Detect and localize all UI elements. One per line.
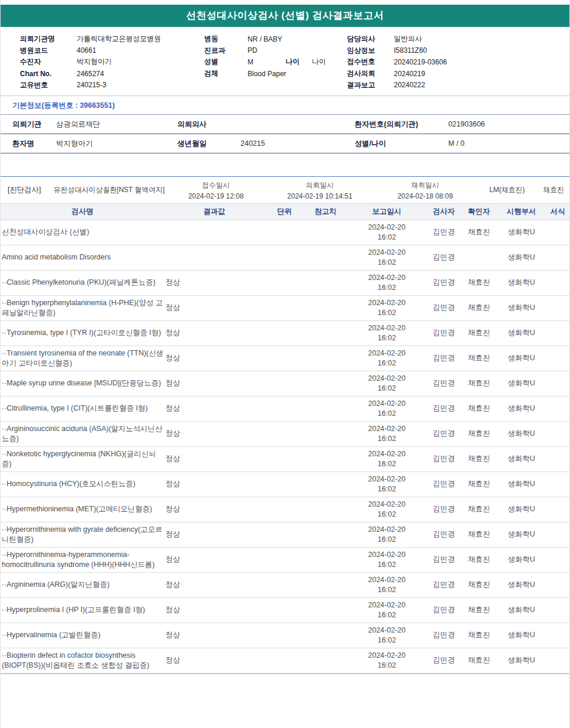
tester-name: 김민경 [428, 321, 460, 346]
result-value: 정상 [164, 371, 264, 397]
table-row: ··Tyrosinemia, type I (TYR I)(고타이로신혈증 I형… [1, 321, 570, 346]
test-name: ··Nonketotic hyperglycinemia (NKHG)(글리신뇌… [1, 447, 164, 472]
spacer [1, 153, 569, 176]
confirmer-name: 채효진 [460, 573, 498, 598]
reference-value [305, 598, 346, 623]
field-label: 성별 [204, 57, 248, 67]
field-value: 20240222 [394, 81, 425, 89]
result-value: 정상 [164, 598, 264, 623]
department-name: 생화학U [498, 447, 545, 472]
reference-value [305, 522, 346, 548]
report-datetime: 2024-02-20 16:02 [346, 296, 428, 321]
reference-value [305, 648, 346, 674]
result-value: 정상 [164, 271, 264, 296]
field-value: 2465274 [77, 70, 104, 78]
patient-info-column-1: 의뢰기관명가톨릭대학교은평성모병원 병원코드40661 수진자박지형아기 Cha… [20, 33, 161, 91]
field-label: 환자번호(의뢰기관) [355, 119, 448, 129]
unit-value [264, 522, 305, 548]
tester-name: 김민경 [428, 296, 460, 321]
field-value: 240215-3 [77, 81, 107, 89]
result-value: 정상 [164, 422, 264, 447]
unit-value [264, 573, 305, 598]
field-value: 가톨릭대학교은평성모병원 [77, 34, 161, 44]
tester-name: 김민경 [428, 397, 460, 422]
field-value: 박지형아기 [56, 139, 177, 149]
test-name: ··Hypervalinemia (고발린혈증) [1, 623, 164, 648]
field-value-age: 나이 [312, 57, 326, 67]
department-name: 생화학U [498, 497, 545, 522]
lab-report-page: 선천성대사이상검사 (선별) 검사결과보고서 의뢰기관명가톨릭대학교은평성모병원… [0, 0, 570, 728]
result-value: 정상 [164, 346, 264, 371]
table-row: ··Hyperprolinemia I (HP I)(고프롤린혈증 I형) 정상… [1, 598, 570, 623]
patient-info-column-3: 담당의사일반의사 임상정보I58311Z60 접수번호20240219-0360… [347, 33, 447, 91]
tester-name: 김민경 [428, 220, 460, 245]
table-row: 선천성대사이상검사 (선별) 2024-02-20 16:02 김민경 채효진 … [1, 220, 570, 245]
bottom-divider [1, 674, 569, 674]
tester-name: 김민경 [428, 371, 460, 397]
field-label: 생년월일 [177, 139, 241, 149]
table-row: ··Argininosuccinic aciduria (ASA)(알지노석시닌… [1, 422, 570, 447]
diagnosis-tag: [진단검사] [1, 185, 52, 195]
report-datetime-text: 2024-02-20 16:02 [363, 651, 410, 671]
field-label: 진료과 [204, 46, 248, 56]
form-cell [545, 648, 570, 674]
received-datetime: 접수일시 2024-02-19 12:08 [166, 180, 266, 200]
form-cell [545, 548, 570, 573]
test-name: ··Hyperornithinemia-hyperammonemia-homoc… [1, 548, 164, 573]
department-name: 생화학U [498, 548, 545, 573]
report-datetime-text: 2024-02-20 16:02 [363, 298, 410, 319]
unit-value [264, 371, 305, 397]
field-value: M [248, 58, 286, 66]
confirmer-name: 채효진 [460, 422, 498, 447]
table-row: ··Homocystinuria (HCY)(호모시스틴뇨증) 정상 2024-… [1, 472, 570, 497]
department-name: 생화학U [498, 245, 545, 271]
test-name: ··Classic Phenylketonuria (PKU)(페닐케톤뇨증) [1, 271, 164, 296]
report-datetime-text: 2024-02-20 16:02 [363, 449, 410, 470]
report-datetime-text: 2024-02-20 16:02 [363, 399, 410, 419]
tester-name: 김민경 [428, 648, 460, 674]
test-name: ··Tyrosinemia, type I (TYR I)(고타이로신혈증 I형… [1, 321, 164, 346]
unit-value [264, 497, 305, 522]
field-label: 결과보고 [347, 80, 394, 90]
confirmer-name: 채효진 [460, 472, 498, 497]
form-cell [545, 271, 570, 296]
report-datetime: 2024-02-20 16:02 [346, 245, 428, 271]
table-row: ··Hyperornithinemia with gyrate deficien… [1, 522, 570, 548]
confirmer-name: 채효진 [460, 598, 498, 623]
tester-name: 김민경 [428, 573, 460, 598]
tester-name: 김민경 [428, 422, 460, 447]
field-value: I58311Z60 [394, 46, 427, 54]
requested-label: 의뢰일시 [266, 180, 374, 190]
table-row: ··Citrullinemia, type I (CIT)(시트룰린혈증 I형)… [1, 397, 570, 422]
form-cell [545, 220, 570, 245]
confirmer-name: 채효진 [460, 271, 498, 296]
department-name: 생화학U [498, 573, 545, 598]
department-name: 생화학U [498, 397, 545, 422]
department-name: 생화학U [498, 296, 545, 321]
report-datetime-text: 2024-02-20 16:02 [363, 223, 410, 243]
requested-value: 2024-02-19 10:14:51 [266, 192, 374, 200]
test-name: ··Maple syrup urine disease [MSUD](단풍당뇨증… [1, 371, 164, 397]
test-name: ··Hyperprolinemia I (HP I)(고프롤린혈증 I형) [1, 598, 164, 623]
reference-value [305, 548, 346, 573]
reference-value [305, 573, 346, 598]
confirmer-name: 채효진 [460, 220, 498, 245]
report-datetime: 2024-02-20 16:02 [346, 472, 428, 497]
reference-value [305, 472, 346, 497]
department-name: 생화학U [498, 648, 545, 674]
unit-value [264, 422, 305, 447]
report-datetime: 2024-02-20 16:02 [346, 220, 428, 245]
department-name: 생화학U [498, 271, 545, 296]
unit-value [264, 623, 305, 648]
unit-value [264, 245, 305, 271]
result-value [164, 220, 264, 245]
result-value: 정상 [164, 472, 264, 497]
result-value: 정상 [164, 623, 264, 648]
report-datetime-text: 2024-02-20 16:02 [363, 348, 410, 369]
unit-value [264, 346, 305, 371]
received-value: 2024-02-19 12:08 [166, 192, 266, 200]
table-row: ··Benign hyperphenylalaninemia (H-PHE)(양… [1, 296, 570, 321]
reference-value [305, 296, 346, 321]
field-label: 성별/나이 [355, 139, 448, 149]
tester-name: 김민경 [428, 472, 460, 497]
